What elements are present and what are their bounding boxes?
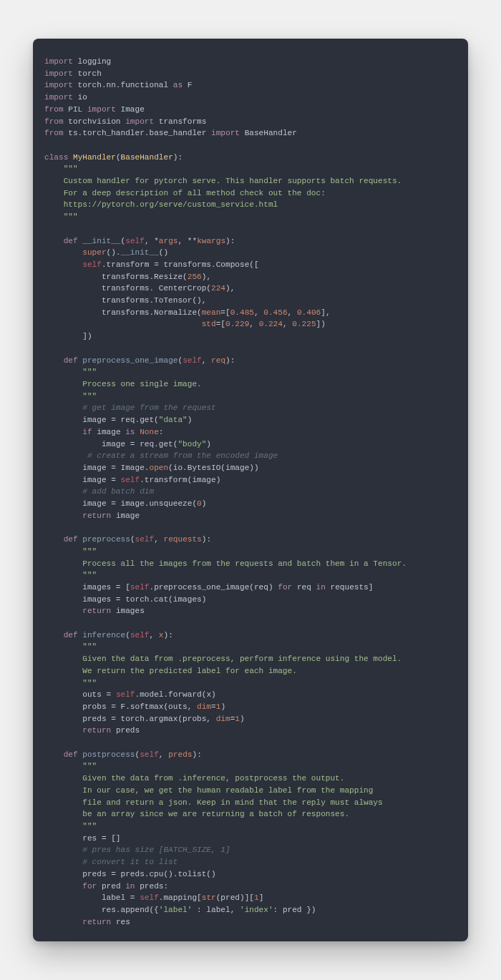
python-code-block: import logging import torch import torch…	[44, 56, 457, 928]
code-card: import logging import torch import torch…	[33, 39, 468, 941]
